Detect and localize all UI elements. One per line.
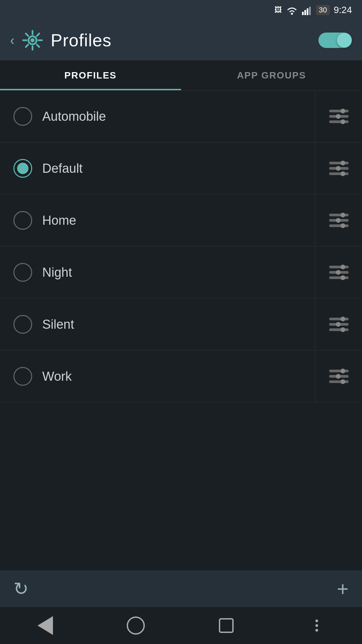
slider-line-2 [329,167,349,170]
profile-item-left-night: Night [0,263,315,282]
wifi-icon [286,5,298,15]
svg-line-12 [37,34,39,36]
profile-settings-work[interactable] [315,351,362,402]
header-left: ‹ Profiles [10,29,112,52]
image-icon: 🖼 [275,6,282,14]
slider-line-2 [329,375,349,378]
profile-name-default: Default [42,161,82,176]
app-header: ‹ Profiles [0,20,362,60]
sliders-icon-home [329,214,349,227]
profile-name-night: Night [42,265,72,280]
nav-more-button[interactable] [303,612,330,639]
tab-profiles-label: PROFILES [64,70,117,81]
status-icons: 🖼 30 9:24 [275,5,352,15]
svg-line-10 [26,34,28,36]
profile-settings-default[interactable] [315,143,362,194]
battery-level: 30 [316,5,329,15]
profile-settings-night[interactable] [315,247,362,298]
radio-work[interactable] [13,367,32,386]
profile-name-work: Work [42,369,72,384]
tab-appgroups-label: APP GROUPS [237,70,306,81]
profile-name-silent: Silent [42,317,74,332]
sliders-icon-silent [329,318,349,331]
nav-bar [0,607,362,644]
slider-line-2 [329,115,349,118]
toggle-knob [337,33,352,48]
radio-night[interactable] [13,263,32,282]
status-time: 9:24 [334,5,352,15]
nav-dot-1 [315,620,318,622]
nav-back-icon [38,616,53,635]
tab-profiles[interactable]: PROFILES [0,60,181,90]
nav-dot-3 [315,629,318,632]
profile-name-automobile: Automobile [42,109,106,124]
slider-line-1 [329,266,349,268]
radio-inner-default [17,163,28,174]
nav-home-button[interactable] [122,612,149,639]
radio-silent[interactable] [13,315,32,334]
nav-home-icon [127,616,145,635]
slider-line-1 [329,214,349,216]
nav-more-icon [315,620,318,632]
restore-icon[interactable]: ↻ [13,578,28,599]
profile-item-left-default: Default [0,159,315,178]
slider-line-1 [329,162,349,164]
slider-line-3 [329,224,349,227]
svg-rect-2 [304,10,306,15]
svg-rect-1 [302,12,304,15]
svg-point-0 [291,13,293,15]
profile-settings-home[interactable] [315,195,362,246]
content-area: PROFILES APP GROUPS Automobile [0,60,362,570]
slider-line-3 [329,276,349,279]
profile-item-silent[interactable]: Silent [0,299,362,351]
profile-item-night[interactable]: Night [0,247,362,299]
slider-line-3 [329,380,349,383]
profile-settings-automobile[interactable] [315,91,362,142]
slider-line-3 [329,172,349,175]
nav-dot-2 [315,624,318,627]
sliders-icon-night [329,266,349,279]
profile-item-automobile[interactable]: Automobile [0,91,362,143]
profile-item-left-work: Work [0,367,315,386]
enable-toggle[interactable] [318,33,352,48]
tabs-bar: PROFILES APP GROUPS [0,60,362,91]
slider-line-1 [329,370,349,372]
profile-settings-silent[interactable] [315,299,362,350]
profile-item-default[interactable]: Default [0,143,362,195]
svg-point-14 [31,38,35,42]
radio-default[interactable] [13,159,32,178]
profile-name-home: Home [42,213,76,228]
profile-item-left-automobile: Automobile [0,107,315,126]
sliders-icon-work [329,370,349,383]
svg-line-13 [26,45,28,47]
slider-line-3 [329,328,349,331]
profile-item-home[interactable]: Home [0,195,362,247]
radio-home[interactable] [13,211,32,230]
gear-icon [21,29,44,52]
svg-line-11 [37,45,39,47]
add-profile-icon[interactable]: + [337,577,349,600]
signal-icon [302,5,312,15]
sliders-icon-automobile [329,110,349,123]
page-title: Profiles [51,30,111,50]
profile-item-left-silent: Silent [0,315,315,334]
back-nav-icon[interactable]: ‹ [10,33,14,48]
slider-line-2 [329,219,349,222]
profile-item-work[interactable]: Work [0,351,362,402]
svg-rect-4 [309,7,311,15]
nav-recent-icon [219,618,234,633]
slider-line-2 [329,271,349,274]
profile-list: Automobile Default [0,91,362,402]
slider-line-1 [329,110,349,112]
status-bar: 🖼 30 9:24 [0,0,362,20]
bottom-action-bar: ↻ + [0,570,362,607]
tab-appgroups[interactable]: APP GROUPS [181,60,362,90]
sliders-icon-default [329,162,349,175]
nav-recent-button[interactable] [213,612,240,639]
slider-line-2 [329,323,349,326]
slider-line-3 [329,120,349,123]
radio-automobile[interactable] [13,107,32,126]
slider-line-1 [329,318,349,320]
profile-item-left-home: Home [0,211,315,230]
nav-back-button[interactable] [32,612,59,639]
